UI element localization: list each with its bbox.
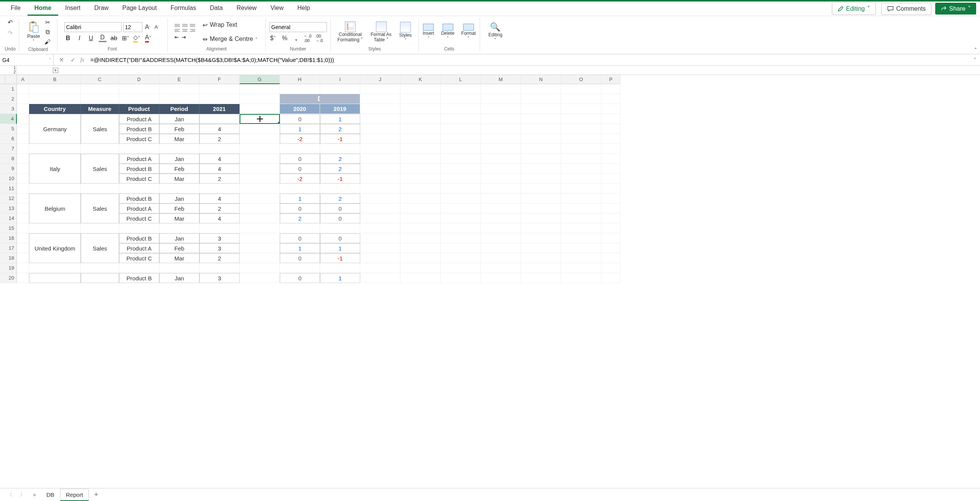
cell-I19[interactable]: [320, 263, 360, 273]
cell-P11[interactable]: [601, 184, 621, 194]
cell-D19[interactable]: [119, 263, 159, 273]
borders-button[interactable]: ⊞˅: [122, 34, 129, 42]
row-header-20[interactable]: 20: [0, 273, 17, 283]
cell-N14[interactable]: [521, 213, 561, 223]
cell-B16[interactable]: [29, 233, 81, 243]
name-box[interactable]: ˅: [0, 54, 54, 65]
cell-I10[interactable]: -1: [320, 174, 360, 184]
cell-A17[interactable]: [17, 243, 29, 253]
cell-J14[interactable]: [360, 213, 400, 223]
cell-O13[interactable]: [561, 203, 601, 213]
cell-G9[interactable]: [240, 164, 280, 174]
cell-F11[interactable]: [199, 184, 240, 194]
cell-P2[interactable]: [601, 94, 621, 104]
cell-N3[interactable]: [521, 104, 561, 114]
ribbon-tab-data[interactable]: Data: [203, 2, 230, 16]
copy-button[interactable]: ⧉: [44, 28, 51, 36]
row-header-3[interactable]: 3: [0, 104, 17, 114]
double-underline-button[interactable]: D: [99, 34, 106, 42]
format-painter-button[interactable]: 🖌: [44, 38, 51, 46]
column-header-P[interactable]: P: [601, 75, 621, 84]
cell-K19[interactable]: [400, 263, 441, 273]
column-header-G[interactable]: G: [240, 75, 280, 84]
cell-H10[interactable]: -2: [280, 174, 320, 184]
cell-A5[interactable]: [17, 124, 29, 134]
cell-F8[interactable]: 4: [199, 154, 240, 164]
cell-G12[interactable]: [240, 194, 280, 203]
ribbon-tab-formulas[interactable]: Formulas: [163, 2, 203, 16]
cell-I7[interactable]: [320, 144, 360, 154]
redo-button[interactable]: ↷: [7, 29, 14, 37]
cell-E1[interactable]: [159, 84, 199, 94]
cell-J3[interactable]: [360, 104, 400, 114]
cell-J9[interactable]: [360, 164, 400, 174]
cell-E8[interactable]: Jan: [159, 154, 199, 164]
cell-L16[interactable]: [441, 233, 481, 243]
format-cells-button[interactable]: Format ˅: [459, 22, 478, 42]
cell-F12[interactable]: 4: [199, 194, 240, 203]
cell-O3[interactable]: [561, 104, 601, 114]
column-header-B[interactable]: B: [29, 75, 81, 84]
cell-H14[interactable]: 2: [280, 213, 320, 223]
row-header-2[interactable]: 2: [0, 94, 17, 104]
row-header-14[interactable]: 14: [0, 213, 17, 223]
cell-M2[interactable]: [481, 94, 521, 104]
cell-L18[interactable]: [441, 253, 481, 263]
cell-N2[interactable]: [521, 94, 561, 104]
bold-button[interactable]: B: [64, 34, 72, 42]
comments-button[interactable]: Comments: [881, 3, 931, 15]
collapse-ribbon-button[interactable]: ˄: [974, 47, 977, 53]
cell-A18[interactable]: [17, 253, 29, 263]
cell-J12[interactable]: [360, 194, 400, 203]
tab-nav-prev-button[interactable]: 〈: [4, 490, 15, 500]
cell-O17[interactable]: [561, 243, 601, 253]
font-size-select[interactable]: [123, 22, 142, 32]
format-as-table-button[interactable]: Format AsTable ˅: [368, 20, 394, 44]
cell-K9[interactable]: [400, 164, 441, 174]
cell-A7[interactable]: [17, 144, 29, 154]
cell-A16[interactable]: [17, 233, 29, 243]
cell-L2[interactable]: [441, 94, 481, 104]
cell-D12[interactable]: Product B: [119, 194, 159, 203]
column-header-L[interactable]: L: [441, 75, 481, 84]
cell-B13[interactable]: Belgium: [29, 203, 81, 213]
row-header-6[interactable]: 6: [0, 134, 17, 144]
increase-font-button[interactable]: Aˆ: [144, 23, 152, 31]
cell-A10[interactable]: [17, 174, 29, 184]
row-header-10[interactable]: 10: [0, 174, 17, 184]
cell-J20[interactable]: [360, 273, 400, 283]
cell-N11[interactable]: [521, 184, 561, 194]
cell-H7[interactable]: [280, 144, 320, 154]
grid[interactable]: DCountryMeasureProductPeriod202120202019…: [17, 84, 980, 283]
ribbon-tab-insert[interactable]: Insert: [58, 2, 87, 16]
cell-I15[interactable]: [320, 223, 360, 233]
cell-D10[interactable]: Product C: [119, 174, 159, 184]
cell-reference-input[interactable]: [2, 57, 49, 63]
cell-P15[interactable]: [601, 223, 621, 233]
cell-C3[interactable]: Measure: [81, 104, 119, 114]
cell-K16[interactable]: [400, 233, 441, 243]
cell-B18[interactable]: [29, 253, 81, 263]
cell-F14[interactable]: 4: [199, 213, 240, 223]
cell-K12[interactable]: [400, 194, 441, 203]
cell-D18[interactable]: Product C: [119, 253, 159, 263]
cell-G5[interactable]: [240, 124, 280, 134]
cell-P9[interactable]: [601, 164, 621, 174]
cell-D11[interactable]: [119, 184, 159, 194]
cell-K2[interactable]: [400, 94, 441, 104]
cell-P5[interactable]: [601, 124, 621, 134]
number-format-select[interactable]: [270, 22, 327, 32]
cell-M7[interactable]: [481, 144, 521, 154]
cell-M6[interactable]: [481, 134, 521, 144]
cell-A15[interactable]: [17, 223, 29, 233]
cell-styles-button[interactable]: Styles ˅: [397, 20, 414, 44]
cell-E4[interactable]: Jan: [159, 114, 199, 124]
cell-I13[interactable]: 0: [320, 203, 360, 213]
row-header-12[interactable]: 12: [0, 194, 17, 203]
fill-color-button[interactable]: ◇˅: [133, 34, 141, 42]
cell-N16[interactable]: [521, 233, 561, 243]
cell-O10[interactable]: [561, 174, 601, 184]
chevron-down-icon[interactable]: ˅: [49, 58, 51, 62]
cell-I14[interactable]: 0: [320, 213, 360, 223]
cell-J16[interactable]: [360, 233, 400, 243]
